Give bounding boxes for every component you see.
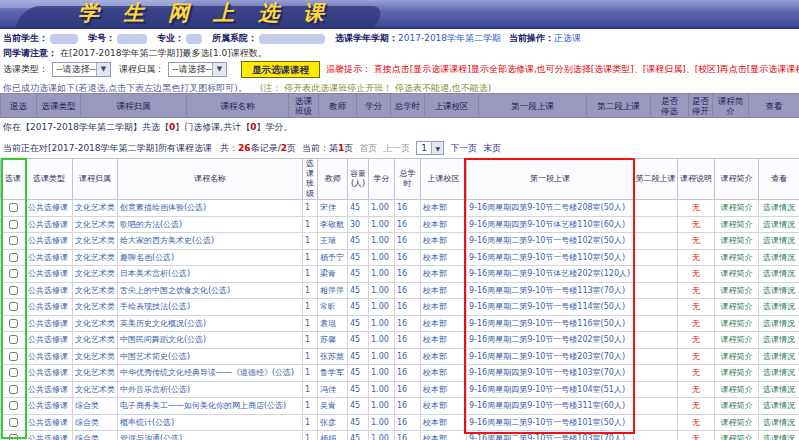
- course-select-checkbox[interactable]: [9, 203, 18, 212]
- course-enrollment-link[interactable]: 选课情况: [759, 348, 799, 365]
- credit-cell: 1.00: [369, 233, 395, 250]
- class-no-cell: 1: [303, 266, 318, 283]
- course-intro-link[interactable]: 课程简介: [715, 266, 759, 283]
- pager-first-link[interactable]: 首页: [359, 142, 377, 155]
- course-select-checkbox[interactable]: [9, 368, 18, 377]
- warm-tip-text: 温馨提示： 直接点击[显示选课课程]显示全部选修课,也可分别选择[选课类型]、[…: [326, 63, 799, 76]
- course-intro-link[interactable]: 课程简介: [715, 381, 759, 398]
- type-cell: 公共选修课: [26, 249, 73, 266]
- course-enrollment-link[interactable]: 选课情况: [759, 414, 799, 431]
- course-intro-link[interactable]: 课程简介: [715, 348, 759, 365]
- course-category-select[interactable]: --请选择-- ▼: [168, 62, 227, 77]
- course-select-checkbox[interactable]: [9, 335, 18, 344]
- campus-cell: 校本部: [421, 315, 467, 332]
- course-enrollment-link[interactable]: 选课情况: [759, 299, 799, 316]
- schedule1-cell: 9-16周星期二第9-10节一号楼101室(50人): [467, 414, 634, 431]
- course-intro-link[interactable]: 课程简介: [715, 414, 759, 431]
- operation-label: 当前操作：: [509, 32, 554, 45]
- teacher-cell: 常昕: [318, 299, 348, 316]
- course-intro-link[interactable]: 课程简介: [715, 431, 759, 440]
- course-enrollment-link[interactable]: 选课情况: [759, 249, 799, 266]
- col-header-campus: 上课校区: [425, 94, 479, 118]
- course-enrollment-link[interactable]: 选课情况: [759, 381, 799, 398]
- page-number-select[interactable]: 1 ▼: [416, 141, 444, 155]
- col-header-stop-open: 是否 停开: [689, 94, 713, 118]
- schedule2-cell: [634, 348, 678, 365]
- col-header-hours: 总学时: [391, 94, 425, 118]
- teacher-cell: 杨予宁: [318, 249, 348, 266]
- capacity-cell: 45: [348, 233, 369, 250]
- hours-cell: 16: [395, 233, 421, 250]
- category-cell: 文化艺术类: [73, 216, 118, 233]
- show-courses-button[interactable]: 显示选课课程: [241, 61, 320, 78]
- course-intro-link[interactable]: 课程简介: [715, 233, 759, 250]
- note-cell: 无: [678, 200, 715, 217]
- select-cell: [1, 365, 26, 382]
- campus-cell: 校本部: [421, 381, 467, 398]
- type-cell: 公共选修课: [26, 315, 73, 332]
- course-intro-link[interactable]: 课程简介: [715, 216, 759, 233]
- course-intro-link[interactable]: 课程简介: [715, 200, 759, 217]
- course-select-checkbox[interactable]: [9, 236, 18, 245]
- course-select-checkbox[interactable]: [9, 302, 18, 311]
- credit-cell: 1.00: [369, 249, 395, 266]
- pager-pages-suffix: 页: [287, 142, 296, 155]
- note-cell: 无: [678, 398, 715, 415]
- course-intro-link[interactable]: 课程简介: [715, 365, 759, 382]
- course-select-checkbox[interactable]: [9, 385, 18, 394]
- course-type-select-value: --请选择--: [56, 63, 96, 76]
- course-select-checkbox[interactable]: [9, 434, 18, 440]
- current-operation-link[interactable]: 正选课: [554, 32, 581, 45]
- course-enrollment-link[interactable]: 选课情况: [759, 431, 799, 440]
- col-header-class: 选课 班级: [289, 94, 319, 118]
- course-type-select[interactable]: --请选择-- ▼: [52, 62, 111, 77]
- course-enrollment-link[interactable]: 选课情况: [759, 282, 799, 299]
- name-cell: 中华优秀传统文化经典导读——《道德经》(公选): [118, 365, 303, 382]
- course-select-checkbox[interactable]: [9, 269, 18, 278]
- col-header-period1: 第一段上课: [479, 94, 587, 118]
- pager-last-link[interactable]: 末页: [483, 142, 501, 155]
- student-label: 当前学生：: [3, 32, 48, 45]
- course-enrollment-link[interactable]: 选课情况: [759, 398, 799, 415]
- course-select-checkbox[interactable]: [9, 352, 18, 361]
- schedule2-cell: [634, 299, 678, 316]
- course-intro-link[interactable]: 课程简介: [715, 299, 759, 316]
- pager-total-records: 26: [238, 143, 251, 153]
- course-select-checkbox[interactable]: [9, 418, 18, 427]
- term-link[interactable]: 2017-2018学年第二学期: [398, 32, 501, 45]
- course-intro-link[interactable]: 课程简介: [715, 249, 759, 266]
- course-intro-link[interactable]: 课程简介: [715, 315, 759, 332]
- course-enrollment-link[interactable]: 选课情况: [759, 216, 799, 233]
- course-intro-link[interactable]: 课程简介: [715, 282, 759, 299]
- hours-cell: 16: [395, 299, 421, 316]
- course-select-checkbox[interactable]: [9, 401, 18, 410]
- select-cell: [1, 282, 26, 299]
- course-select-checkbox[interactable]: [9, 286, 18, 295]
- department-label: 所属系院：: [212, 32, 257, 45]
- course-enrollment-link[interactable]: 选课情况: [759, 365, 799, 382]
- campus-cell: 校本部: [421, 365, 467, 382]
- class-no-cell: 1: [303, 381, 318, 398]
- class-no-cell: 1: [303, 348, 318, 365]
- course-enrollment-link[interactable]: 选课情况: [759, 332, 799, 349]
- pager-next-link[interactable]: 下一页: [450, 142, 477, 155]
- class-no-cell: 1: [303, 431, 318, 440]
- name-cell: 英美历史文化概况(公选): [118, 315, 303, 332]
- capacity-cell: 45: [348, 348, 369, 365]
- course-enrollment-link[interactable]: 选课情况: [759, 315, 799, 332]
- col-header-stop-select: 是否 停选: [651, 94, 689, 118]
- course-intro-link[interactable]: 课程简介: [715, 332, 759, 349]
- note-cell: 无: [678, 216, 715, 233]
- select-cell: [1, 332, 26, 349]
- course-intro-link[interactable]: 课程简介: [715, 398, 759, 415]
- course-select-checkbox[interactable]: [9, 220, 18, 229]
- course-enrollment-link[interactable]: 选课情况: [759, 233, 799, 250]
- course-enrollment-link[interactable]: 选课情况: [759, 266, 799, 283]
- pager-prev-link[interactable]: 上一页: [383, 142, 410, 155]
- col-header-view: 查看: [749, 94, 799, 118]
- hours-cell: 16: [395, 381, 421, 398]
- course-select-checkbox[interactable]: [9, 253, 18, 262]
- course-select-checkbox[interactable]: [9, 319, 18, 328]
- credit-cell: 1.00: [369, 282, 395, 299]
- course-enrollment-link[interactable]: 选课情况: [759, 200, 799, 217]
